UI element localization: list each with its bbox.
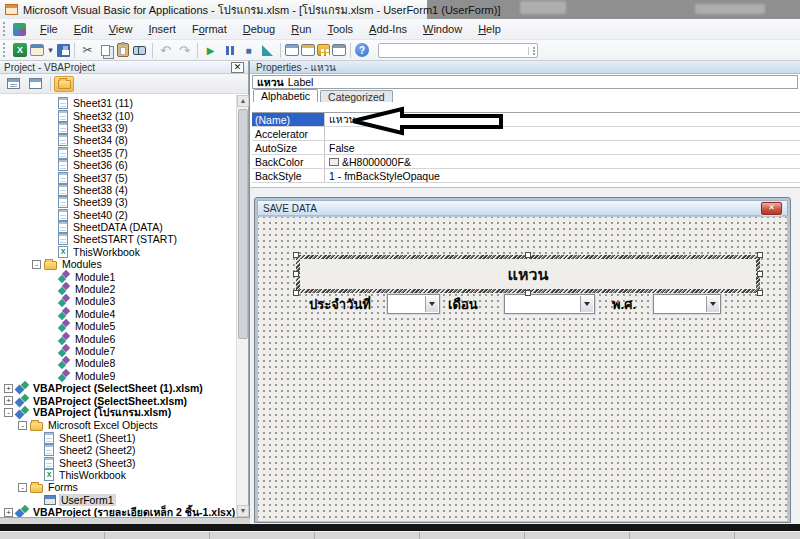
project-tree-item[interactable]: Sheet32 (10) — [0, 109, 236, 121]
combobox-control[interactable] — [387, 294, 440, 314]
run-sub-icon[interactable] — [202, 42, 219, 59]
project-tree-item[interactable]: ThisWorkbook — [0, 246, 236, 258]
combobox-dropdown-icon[interactable] — [580, 296, 593, 312]
menu-item-help[interactable]: Help — [470, 20, 509, 38]
selection-handle[interactable] — [525, 290, 531, 296]
project-tree-item[interactable]: Sheet38 (4) — [0, 184, 236, 196]
tree-expander-icon[interactable]: + — [4, 396, 13, 405]
property-row[interactable]: (Name) แหวน — [252, 113, 800, 127]
menu-item-edit[interactable]: Edit — [66, 20, 101, 38]
scroll-up-icon[interactable]: ▲ — [237, 95, 249, 107]
find-icon[interactable] — [131, 42, 148, 59]
tree-expander-icon[interactable]: + — [4, 384, 13, 393]
save-icon[interactable] — [57, 44, 70, 57]
project-tree-item[interactable]: Sheet3 (Sheet3) — [0, 456, 236, 468]
project-tree-item[interactable]: + VBAProject (SelectSheet (1).xlsm) — [0, 382, 236, 394]
redo-icon[interactable] — [176, 42, 193, 59]
insert-userform-icon[interactable] — [30, 44, 44, 56]
combobox-control[interactable] — [653, 294, 721, 314]
insert-dropdown-caret-icon[interactable] — [46, 42, 55, 59]
project-tree-item[interactable]: Sheet39 (3) — [0, 196, 236, 208]
menu-item-add-ins[interactable]: Add-Ins — [361, 20, 415, 38]
property-row[interactable]: BackColor &H8000000F& — [252, 155, 800, 169]
project-tree-item[interactable]: Module8 — [0, 357, 236, 369]
project-tree-item[interactable]: Sheet31 (11) — [0, 97, 236, 109]
break-icon[interactable] — [221, 42, 238, 59]
menu-item-view[interactable]: View — [101, 20, 141, 38]
project-tree-item[interactable]: SheetSTART (START) — [0, 233, 236, 245]
view-code-button[interactable] — [3, 76, 23, 92]
project-tree-item[interactable]: Module9 — [0, 370, 236, 382]
copy-icon[interactable] — [98, 42, 115, 59]
project-tree-item[interactable]: - Microsoft Excel Objects — [0, 419, 236, 431]
view-microsoft-excel-icon[interactable] — [13, 43, 27, 57]
property-value[interactable]: 1 - fmBackStyleOpaque — [325, 170, 800, 182]
properties-tab-alphabetic[interactable]: Alphabetic — [253, 89, 318, 102]
undo-icon[interactable] — [157, 42, 174, 59]
combobox-dropdown-icon[interactable] — [706, 296, 719, 312]
project-explorer-icon[interactable] — [285, 44, 299, 56]
property-row[interactable]: BackStyle 1 - fmBackStyleOpaque — [252, 169, 800, 183]
selected-label-control[interactable]: แหวน — [296, 255, 760, 293]
property-value[interactable]: &H8000000F& — [325, 156, 800, 168]
project-tree-item[interactable]: Sheet1 (Sheet1) — [0, 432, 236, 444]
project-tree-item[interactable]: Sheet36 (6) — [0, 159, 236, 171]
userform-close-icon[interactable] — [761, 202, 782, 215]
paste-icon[interactable] — [117, 43, 129, 57]
menu-item-run[interactable]: Run — [283, 20, 319, 38]
toggle-folders-button[interactable] — [54, 76, 74, 92]
menu-item-format[interactable]: Format — [184, 20, 235, 38]
cut-icon[interactable] — [79, 42, 96, 59]
selection-handle[interactable] — [757, 252, 763, 258]
project-tree-item[interactable]: + VBAProject (รายละเอียดเหล็ก 2 ชิ้น-1.x… — [0, 506, 236, 517]
project-tree-item[interactable]: Sheet33 (9) — [0, 122, 236, 134]
menubar-grip-icon[interactable] — [3, 22, 8, 36]
project-tree-item[interactable]: ThisWorkbook — [0, 469, 236, 481]
toolbar-combobox[interactable] — [378, 43, 538, 58]
menu-item-debug[interactable]: Debug — [235, 20, 283, 38]
project-tree-item[interactable]: Sheet34 (8) — [0, 134, 236, 146]
project-tree-item[interactable]: Module4 — [0, 308, 236, 320]
project-tree-item[interactable]: Module5 — [0, 320, 236, 332]
object-browser-icon[interactable] — [332, 44, 346, 56]
combobox-control[interactable] — [504, 294, 595, 314]
project-panel-close-icon[interactable]: ✕ — [231, 62, 244, 73]
toolbar-grip-icon[interactable] — [3, 43, 8, 57]
selection-handle[interactable] — [293, 252, 299, 258]
scroll-down-icon[interactable]: ▼ — [237, 505, 249, 517]
design-mode-icon[interactable] — [259, 42, 276, 59]
project-tree-item[interactable]: - Forms — [0, 481, 236, 493]
userform-mdi-icon[interactable] — [13, 23, 26, 36]
selection-handle[interactable] — [525, 252, 531, 258]
project-tree-item[interactable]: Module3 — [0, 295, 236, 307]
combobox-dropdown-icon[interactable] — [425, 296, 438, 312]
menu-item-window[interactable]: Window — [415, 20, 470, 38]
property-row[interactable]: Accelerator — [252, 127, 800, 141]
userform-client-area[interactable]: แหวน ประจำวันที่ เดือน — [258, 217, 787, 521]
userform-window[interactable]: SAVE DATA แหวน ประจำวันที่ — [254, 197, 791, 523]
reset-icon[interactable] — [240, 42, 257, 59]
object-selector-dropdown[interactable]: แหวน Label — [252, 75, 798, 89]
tree-expander-icon[interactable]: - — [18, 483, 27, 492]
menu-item-tools[interactable]: Tools — [319, 20, 361, 38]
menu-item-file[interactable]: File — [32, 20, 66, 38]
tree-expander-icon[interactable]: - — [32, 260, 41, 269]
selection-handle[interactable] — [757, 290, 763, 296]
project-tree-item[interactable]: Sheet37 (5) — [0, 171, 236, 183]
tree-expander-icon[interactable]: - — [18, 421, 27, 430]
project-tree-scrollbar[interactable]: ▲ ▼ — [236, 95, 248, 517]
tree-expander-icon[interactable]: + — [4, 508, 13, 517]
project-tree-item[interactable]: Sheet2 (Sheet2) — [0, 444, 236, 456]
project-tree-item[interactable]: Sheet40 (2) — [0, 209, 236, 221]
project-tree-item[interactable]: SheetDATA (DATA) — [0, 221, 236, 233]
project-tree-item[interactable]: Module1 — [0, 270, 236, 282]
properties-tab-categorized[interactable]: Categorized — [320, 90, 393, 102]
project-tree-item[interactable]: Module6 — [0, 332, 236, 344]
selection-handle[interactable] — [293, 271, 299, 277]
field-label-control[interactable]: เดือน — [448, 294, 488, 314]
scrollbar-thumb[interactable] — [238, 109, 248, 339]
selection-handle[interactable] — [293, 290, 299, 296]
field-label-control[interactable]: ประจำวันที่ — [309, 294, 383, 314]
properties-window-icon[interactable] — [301, 44, 315, 56]
project-tree-item[interactable]: - Modules — [0, 258, 236, 270]
